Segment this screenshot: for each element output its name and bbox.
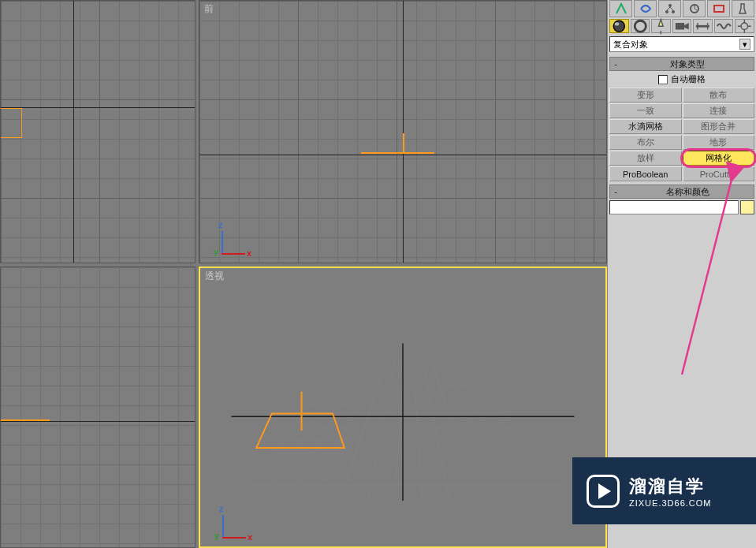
btn-scatter[interactable]: 散布 bbox=[683, 88, 755, 103]
svg-line-23 bbox=[430, 356, 477, 501]
tab-display[interactable] bbox=[707, 0, 730, 17]
perspective-floor bbox=[200, 268, 605, 546]
selected-line bbox=[1, 419, 50, 421]
svg-point-39 bbox=[635, 21, 646, 32]
axis-horizontal bbox=[1, 421, 195, 422]
btn-mesher[interactable]: 网格化 bbox=[683, 151, 755, 166]
btn-boolean[interactable]: 布尔 bbox=[609, 135, 682, 150]
play-icon bbox=[587, 475, 620, 508]
svg-line-14 bbox=[232, 356, 352, 501]
svg-line-24 bbox=[438, 356, 504, 501]
autogrid-label: 自动栅格 bbox=[671, 73, 706, 85]
svg-line-16 bbox=[286, 356, 371, 501]
btn-connect[interactable]: 连接 bbox=[683, 103, 755, 118]
svg-rect-43 bbox=[707, 23, 708, 29]
svg-rect-42 bbox=[698, 23, 698, 29]
object-type-buttons: 变形 散布 一致 连接 水滴网格 图形合并 布尔 地形 放样 网格化 ProBo… bbox=[608, 88, 756, 181]
rollout-title: 对象类型 bbox=[621, 58, 754, 70]
category-row bbox=[608, 17, 756, 35]
grid bbox=[1, 267, 195, 547]
btn-procutter[interactable]: ProCutter bbox=[683, 166, 755, 181]
svg-point-32 bbox=[668, 4, 672, 7]
svg-rect-40 bbox=[676, 23, 684, 29]
perspective-viewport[interactable]: 透视 bbox=[199, 267, 607, 548]
btn-loft[interactable]: 放样 bbox=[609, 151, 682, 166]
svg-point-34 bbox=[672, 10, 675, 13]
btn-shapemerge[interactable]: 图形合并 bbox=[683, 119, 755, 134]
autogrid-row: 自动栅格 bbox=[608, 71, 756, 88]
axis-vertical bbox=[403, 1, 404, 263]
axis-vertical bbox=[73, 1, 74, 263]
svg-line-27 bbox=[457, 356, 574, 501]
tab-modify[interactable] bbox=[634, 0, 657, 17]
tab-motion[interactable] bbox=[683, 0, 706, 17]
category-lights[interactable] bbox=[651, 19, 671, 33]
collapse-icon: - bbox=[610, 59, 621, 69]
panel-tabs bbox=[608, 0, 756, 17]
chevron-down-icon: ▾ bbox=[739, 39, 750, 50]
collapse-icon: - bbox=[610, 187, 621, 196]
btn-terrain[interactable]: 地形 bbox=[683, 135, 755, 150]
rollout-title: 名称和颜色 bbox=[621, 186, 754, 198]
category-geometry[interactable] bbox=[609, 19, 629, 33]
left-viewport[interactable] bbox=[0, 267, 196, 548]
rollout-object-type-header[interactable]: - 对象类型 bbox=[609, 57, 754, 71]
svg-point-38 bbox=[615, 22, 620, 25]
category-cameras[interactable] bbox=[672, 19, 692, 33]
tab-create[interactable] bbox=[609, 0, 632, 17]
category-helpers[interactable] bbox=[693, 19, 713, 33]
btn-morph[interactable]: 变形 bbox=[609, 88, 682, 103]
top-left-viewport[interactable] bbox=[0, 0, 196, 263]
category-shapes[interactable] bbox=[631, 19, 650, 33]
watermark: 溜溜自学 ZIXUE.3D66.COM bbox=[572, 457, 756, 524]
selection-line bbox=[361, 152, 434, 154]
watermark-title: 溜溜自学 bbox=[629, 475, 711, 498]
svg-line-22 bbox=[422, 356, 450, 501]
tab-utilities[interactable] bbox=[732, 0, 754, 17]
selection-box bbox=[1, 108, 22, 138]
svg-point-33 bbox=[665, 10, 668, 13]
svg-line-25 bbox=[447, 356, 531, 501]
axis-gizmo: zxy bbox=[216, 501, 254, 539]
svg-line-18 bbox=[341, 356, 387, 501]
svg-point-37 bbox=[613, 21, 624, 32]
btn-conform[interactable]: 一致 bbox=[609, 103, 682, 118]
watermark-sub: ZIXUE.3D66.COM bbox=[629, 498, 711, 508]
dropdown-value: 复合对象 bbox=[613, 39, 648, 50]
svg-rect-36 bbox=[714, 6, 724, 12]
category-spacewarps[interactable] bbox=[714, 19, 734, 33]
name-color-row bbox=[608, 199, 756, 216]
object-category-dropdown[interactable]: 复合对象 ▾ bbox=[609, 36, 754, 52]
svg-line-21 bbox=[413, 356, 423, 501]
svg-line-19 bbox=[368, 356, 397, 501]
category-systems[interactable] bbox=[735, 19, 754, 33]
axis-gizmo: zxy bbox=[215, 217, 253, 255]
btn-blobmesh[interactable]: 水滴网格 bbox=[609, 119, 682, 134]
svg-point-44 bbox=[742, 23, 748, 29]
tab-hierarchy[interactable] bbox=[658, 0, 681, 17]
axis-horizontal bbox=[1, 107, 195, 108]
grid-major bbox=[1, 1, 195, 263]
selected-vertical bbox=[403, 133, 404, 154]
rollout-name-color-header[interactable]: - 名称和颜色 bbox=[609, 185, 754, 199]
color-swatch[interactable] bbox=[740, 200, 754, 214]
btn-proboolean[interactable]: ProBoolean bbox=[609, 166, 682, 181]
autogrid-checkbox[interactable] bbox=[658, 75, 668, 84]
object-name-input[interactable] bbox=[609, 200, 739, 214]
front-viewport[interactable]: 前 zxy bbox=[199, 0, 607, 263]
svg-line-26 bbox=[453, 356, 558, 501]
